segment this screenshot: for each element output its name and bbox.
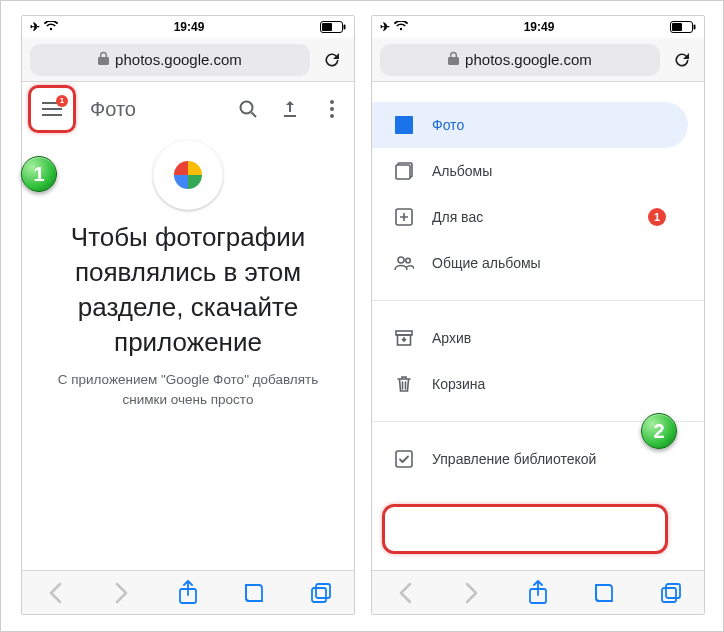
wifi-icon (394, 20, 408, 34)
svg-point-9 (330, 107, 334, 111)
battery-icon (320, 21, 346, 33)
hamburger-menu-button[interactable]: 1 (32, 89, 72, 129)
menu-photos[interactable]: Фото (372, 102, 688, 148)
app-title: Фото (90, 98, 136, 121)
svg-rect-12 (312, 588, 326, 602)
share-button[interactable] (173, 578, 203, 608)
svg-point-22 (406, 258, 411, 263)
more-icon[interactable] (320, 97, 344, 121)
highlight-box (28, 85, 76, 133)
menu-label: Фото (432, 117, 464, 133)
svg-rect-15 (672, 23, 682, 31)
tabs-button[interactable] (656, 578, 686, 608)
upload-icon[interactable] (278, 97, 302, 121)
url-text: photos.google.com (465, 51, 592, 68)
url-field[interactable]: photos.google.com (30, 44, 310, 76)
svg-point-8 (330, 100, 334, 104)
tabs-button[interactable] (306, 578, 336, 608)
bookmarks-button[interactable] (589, 578, 619, 608)
safari-toolbar (22, 570, 354, 614)
svg-line-7 (252, 113, 257, 118)
address-bar: photos.google.com (372, 38, 704, 82)
svg-rect-1 (322, 23, 332, 31)
drawer-content: Фото Альбомы Для вас 1 Общие альбомы (372, 82, 704, 570)
menu-manage-library[interactable]: Управление библиотекой (372, 436, 688, 482)
airplane-icon: ✈︎ (30, 20, 40, 34)
menu-label: Корзина (432, 376, 485, 392)
status-bar: ✈︎ 19:49 (22, 16, 354, 38)
search-icon[interactable] (236, 97, 260, 121)
album-icon (394, 161, 414, 181)
phone-left: ✈︎ 19:49 photos.google.com 1 Ф (21, 15, 355, 615)
navigation-drawer: Фото Альбомы Для вас 1 Общие альбомы (372, 82, 704, 570)
svg-rect-27 (662, 588, 676, 602)
step-marker-1: 1 (21, 156, 57, 192)
menu-label: Для вас (432, 209, 483, 225)
battery-icon (670, 21, 696, 33)
step-marker-2: 2 (641, 413, 677, 449)
menu-label: Общие альбомы (432, 255, 541, 271)
app-content-main: 1 Фото Чтобы фотографии появлялись в это (22, 82, 354, 570)
menu-trash[interactable]: Корзина (372, 361, 688, 407)
svg-rect-17 (395, 116, 413, 134)
safari-toolbar (372, 570, 704, 614)
svg-rect-19 (396, 165, 410, 179)
notification-badge: 1 (648, 208, 666, 226)
google-photos-logo (153, 140, 223, 210)
divider (372, 300, 704, 301)
share-button[interactable] (523, 578, 553, 608)
archive-icon (394, 328, 414, 348)
promo-subtext: С приложением "Google Фото" добавлять сн… (22, 360, 354, 409)
address-bar: photos.google.com (22, 38, 354, 82)
forward-button[interactable] (107, 578, 137, 608)
menu-label: Альбомы (432, 163, 492, 179)
svg-rect-28 (666, 584, 680, 598)
svg-point-21 (398, 257, 404, 263)
image-icon (394, 115, 414, 135)
svg-point-6 (241, 102, 253, 114)
notification-badge: 1 (56, 95, 68, 107)
phone-right: ✈︎ 19:49 photos.google.com (371, 15, 705, 615)
airplane-icon: ✈︎ (380, 20, 390, 34)
back-button[interactable] (390, 578, 420, 608)
menu-albums[interactable]: Альбомы (372, 148, 688, 194)
wifi-icon (44, 20, 58, 34)
app-toolbar: 1 Фото (22, 82, 354, 136)
back-button[interactable] (40, 578, 70, 608)
url-field[interactable]: photos.google.com (380, 44, 660, 76)
clock: 19:49 (524, 20, 555, 34)
svg-point-10 (330, 114, 334, 118)
svg-rect-16 (693, 25, 695, 30)
lock-icon (448, 51, 459, 68)
svg-rect-25 (396, 451, 412, 467)
trash-icon (394, 374, 414, 394)
svg-rect-13 (316, 584, 330, 598)
menu-label: Архив (432, 330, 471, 346)
promo-heading: Чтобы фотографии появлялись в этом разде… (22, 220, 354, 360)
menu-archive[interactable]: Архив (372, 315, 688, 361)
forward-button[interactable] (457, 578, 487, 608)
menu-for-you[interactable]: Для вас 1 (372, 194, 688, 240)
refresh-button[interactable] (668, 46, 696, 74)
clock: 19:49 (174, 20, 205, 34)
svg-rect-2 (343, 25, 345, 30)
menu-label: Управление библиотекой (432, 451, 596, 467)
lock-icon (98, 51, 109, 68)
bookmarks-button[interactable] (239, 578, 269, 608)
menu-shared[interactable]: Общие альбомы (372, 240, 688, 286)
check-icon (394, 449, 414, 469)
highlight-box (382, 504, 668, 554)
status-bar: ✈︎ 19:49 (372, 16, 704, 38)
refresh-button[interactable] (318, 46, 346, 74)
url-text: photos.google.com (115, 51, 242, 68)
sparkle-icon (394, 207, 414, 227)
people-icon (394, 253, 414, 273)
